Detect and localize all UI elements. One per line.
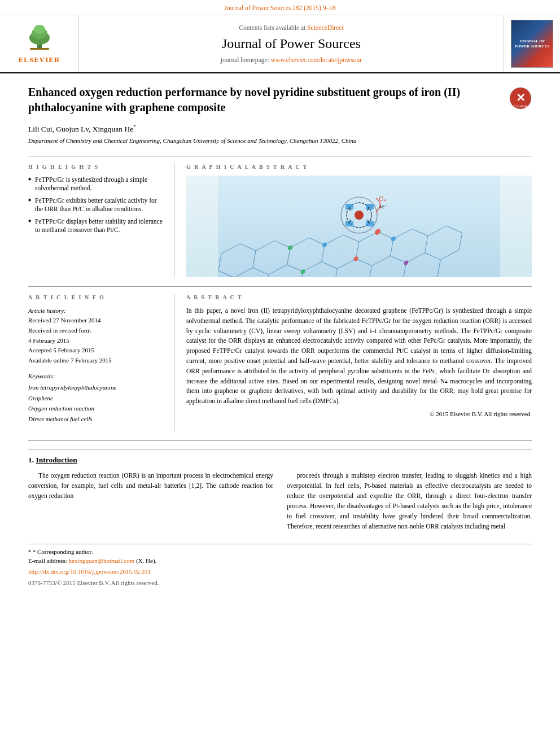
highlight-item-1: FeTPPc/Gr is synthesized through a simpl… (28, 176, 163, 193)
sciencedirect-label: Contents lists available at (239, 24, 305, 31)
keyword-4: Direct methanol fuel cells (28, 414, 163, 425)
svg-text:O₂: O₂ (379, 195, 386, 202)
footnote-email: E-mail address: hexingquan@hotmail.com (… (28, 557, 532, 565)
main-content: Enhanced oxygen reduction performance by… (0, 73, 560, 599)
article-info-label: A R T I C L E I N F O (28, 294, 163, 302)
graphical-abstract-col: G R A P H I C A L A B S T R A C T (175, 163, 532, 277)
sciencedirect-line: Contents lists available at ScienceDirec… (239, 23, 343, 32)
intro-section-title: 1. Introduction (28, 455, 532, 466)
email-link[interactable]: hexingquan@hotmail.com (68, 557, 134, 564)
journal-name-area: Contents lists available at ScienceDirec… (79, 15, 504, 72)
journal-cover-area: JOURNAL OF POWER SOURCES (504, 15, 560, 72)
section-number: 1. (28, 456, 34, 464)
highlights-list: FeTPPc/Gr is synthesized through a simpl… (28, 176, 163, 235)
corresponding-author-mark: * (133, 124, 136, 129)
keyword-1: Iron tetrapyridyloxyphthalocyanine (28, 382, 163, 393)
abstract-label: A B S T R A C T (186, 294, 532, 302)
highlights-label: H I G H L I G H T S (28, 163, 163, 171)
keyword-2: Graphene (28, 393, 163, 404)
corresponding-author-label: * Corresponding author. (33, 548, 93, 555)
article-title: Enhanced oxygen reduction performance by… (28, 85, 469, 115)
keywords-label: Keywords: (28, 372, 163, 381)
footnote-doi: http://dx.doi.org/10.1016/j.jpowsour.201… (28, 567, 532, 576)
available-online-date: Available online 7 February 2015 (28, 356, 163, 366)
svg-point-3 (34, 25, 45, 34)
journal-title: Journal of Power Sources (222, 34, 361, 54)
accepted-date: Accepted 5 February 2015 (28, 346, 163, 356)
intro-columns: The oxygen reduction reaction (ORR) is a… (28, 471, 532, 536)
homepage-label: journal homepage: (221, 56, 269, 63)
journal-citation: Journal of Power Sources 282 (2015) 9–18 (0, 0, 560, 15)
intro-para-1: The oxygen reduction reaction (ORR) is a… (28, 471, 273, 501)
section-divider (28, 440, 532, 441)
footnote-star: * (28, 549, 31, 555)
homepage-line: journal homepage: www.elsevier.com/locat… (221, 55, 362, 64)
doi-link[interactable]: http://dx.doi.org/10.1016/j.jpowsour.201… (28, 568, 151, 575)
article-info-col: A R T I C L E I N F O Article history: R… (28, 294, 175, 431)
footnote-area: * * Corresponding author. E-mail address… (28, 544, 532, 587)
history-title: Article history: (28, 306, 163, 316)
section-name: Introduction (36, 456, 77, 464)
intro-col-left: The oxygen reduction reaction (ORR) is a… (28, 471, 273, 536)
abstract-col: A B S T R A C T In this paper, a novel i… (175, 294, 532, 431)
authors: Lili Cui, Guojun Lv, Xingquan He* (28, 123, 532, 134)
footnote-corresponding: * * Corresponding author. (28, 548, 532, 556)
introduction-section: 1. Introduction The oxygen reduction rea… (28, 449, 532, 536)
email-suffix: (X. He). (136, 557, 156, 564)
elsevier-logo-area: ELSEVIER (0, 15, 79, 72)
highlight-item-3: FeTPPc/Gr displays better stability and … (28, 217, 163, 235)
copyright-line: © 2015 Elsevier B.V. All rights reserved… (186, 410, 532, 418)
svg-point-72 (355, 211, 364, 220)
journal-header: ELSEVIER Contents lists available at Sci… (0, 15, 560, 73)
svg-rect-8 (218, 176, 500, 277)
elsevier-logo: ELSEVIER (14, 23, 65, 65)
svg-rect-75 (366, 204, 374, 209)
journal-cover-image: JOURNAL OF POWER SOURCES (511, 20, 553, 68)
intro-para-2: proceeds through a multistep electron tr… (287, 471, 532, 531)
keyword-3: Oxygen reduction reaction (28, 403, 163, 414)
authors-text: Lili Cui, Guojun Lv, Xingquan He (28, 125, 133, 133)
graphical-abstract-label: G R A P H I C A L A B S T R A C T (186, 163, 532, 171)
article-history: Article history: Received 27 November 20… (28, 306, 163, 366)
highlights-graphical-section: H I G H L I G H T S FeTPPc/Gr is synthes… (28, 156, 532, 277)
graphene-illustration: O₂ 4e⁻ (186, 176, 532, 277)
highlight-item-2: FeTPPc/Gr exhibits better catalytic acti… (28, 196, 163, 214)
svg-text:✕: ✕ (516, 91, 526, 104)
elsevier-brand-text: ELSEVIER (19, 55, 60, 65)
elsevier-tree-icon (14, 23, 65, 53)
received-date: Received 27 November 2014 (28, 316, 163, 326)
sciencedirect-link[interactable]: ScienceDirect (307, 24, 344, 31)
homepage-link[interactable]: www.elsevier.com/locate/jpowsour (271, 56, 362, 63)
crossmark-icon[interactable]: ✕ CrossMark (509, 87, 532, 110)
abstract-text: In this paper, a novel iron (II) tetrapy… (186, 306, 532, 407)
svg-rect-76 (366, 221, 374, 226)
affiliation: Department of Chemistry and Chemical Eng… (28, 137, 532, 145)
cover-text: JOURNAL OF POWER SOURCES (514, 39, 550, 49)
revised-date: 4 February 2015 (28, 336, 163, 346)
svg-text:CrossMark: CrossMark (514, 104, 528, 108)
bottom-copyright: 0378-7753/© 2015 Elsevier B.V. All right… (28, 579, 532, 587)
article-info-abstract-section: A R T I C L E I N F O Article history: R… (28, 286, 532, 431)
highlights-col: H I G H L I G H T S FeTPPc/Gr is synthes… (28, 163, 175, 277)
keywords-section: Keywords: Iron tetrapyridyloxyphthalocya… (28, 372, 163, 424)
received-revised-label: Received in revised form (28, 326, 163, 336)
svg-rect-4 (30, 48, 49, 50)
email-label: E-mail address: (28, 557, 67, 564)
intro-col-right: proceeds through a multistep electron tr… (287, 471, 532, 536)
citation-text: Journal of Power Sources 282 (2015) 9–18 (224, 5, 335, 11)
title-row: Enhanced oxygen reduction performance by… (28, 85, 532, 123)
graphical-abstract-image: O₂ 4e⁻ (186, 176, 532, 277)
